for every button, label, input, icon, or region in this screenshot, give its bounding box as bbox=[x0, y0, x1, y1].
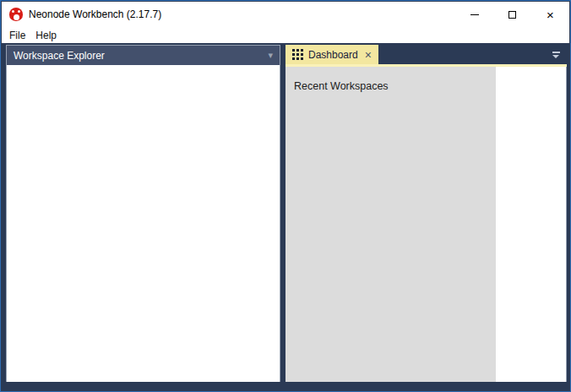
title-bar: Neonode Workbench (2.17.7) × bbox=[2, 2, 569, 27]
app-logo-icon bbox=[9, 8, 23, 21]
window-title: Neonode Workbench (2.17.7) bbox=[29, 8, 161, 20]
logo-eye-right bbox=[18, 10, 20, 13]
minimize-icon bbox=[470, 14, 479, 15]
recent-workspaces-heading: Recent Workspaces bbox=[294, 80, 487, 92]
logo-mouth bbox=[14, 14, 19, 20]
minimize-button[interactable] bbox=[455, 2, 493, 27]
menu-item-file[interactable]: File bbox=[4, 28, 30, 43]
tab-dashboard[interactable]: Dashboard × bbox=[286, 45, 378, 64]
tab-dashboard-label: Dashboard bbox=[308, 49, 358, 61]
workspace-explorer-title: Workspace Explorer bbox=[14, 50, 268, 62]
close-icon: × bbox=[547, 8, 554, 21]
close-button[interactable]: × bbox=[531, 2, 569, 27]
logo-eye-left bbox=[12, 10, 14, 13]
tab-strip: Dashboard × bbox=[286, 45, 567, 64]
app-window: Neonode Workbench (2.17.7) × File Help W… bbox=[0, 0, 571, 392]
menu-item-help[interactable]: Help bbox=[30, 28, 62, 43]
chevron-down-icon[interactable]: ▾ bbox=[268, 51, 273, 60]
tab-close-icon[interactable]: × bbox=[365, 49, 372, 61]
workspace-explorer-body bbox=[7, 65, 280, 383]
workspace-explorer-panel: Workspace Explorer ▾ bbox=[6, 45, 280, 384]
status-bar bbox=[2, 382, 569, 390]
maximize-button[interactable] bbox=[493, 2, 531, 27]
dashboard-grid-icon bbox=[292, 49, 303, 60]
menu-bar: File Help bbox=[2, 27, 569, 43]
tab-list-triangle bbox=[552, 55, 559, 58]
recent-workspaces-section: Recent Workspaces bbox=[286, 67, 496, 384]
workspace-explorer-header: Workspace Explorer ▾ bbox=[7, 46, 280, 65]
maximize-icon bbox=[508, 11, 516, 19]
tab-strip-spacer bbox=[378, 45, 545, 64]
dashboard-content: Recent Workspaces bbox=[286, 67, 567, 384]
tab-list-bar bbox=[552, 52, 560, 53]
tab-list-dropdown-icon[interactable] bbox=[545, 45, 567, 64]
